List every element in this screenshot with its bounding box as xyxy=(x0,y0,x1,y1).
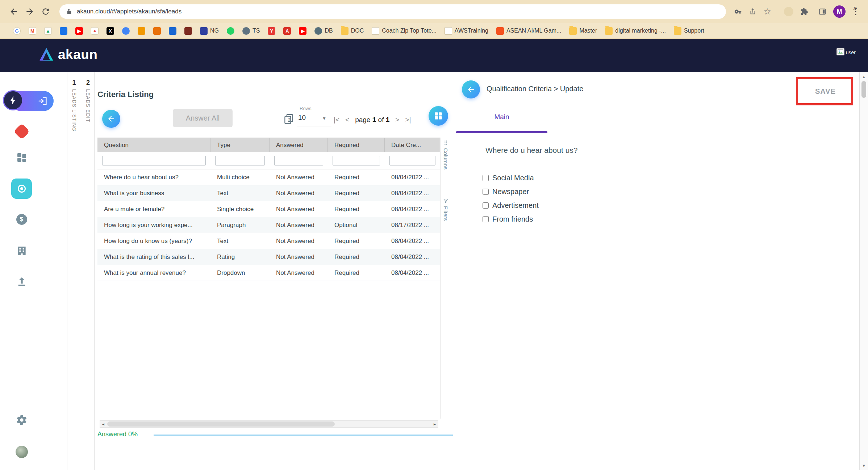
table-row[interactable]: Are u male or female? Single choice Not … xyxy=(97,201,440,217)
table-row[interactable]: What is your annual revenue? Dropdown No… xyxy=(97,265,440,281)
filters-toggle[interactable]: Filters xyxy=(441,198,451,221)
tab-leads-listing[interactable]: 1 LEADS LISTING xyxy=(67,72,81,470)
option-row[interactable]: Newspaper xyxy=(483,185,539,198)
akaun-logo[interactable]: akaun xyxy=(38,47,97,63)
option-checkbox[interactable] xyxy=(483,216,489,222)
bookmarks-overflow-chevron[interactable]: » xyxy=(853,0,857,16)
tab-main[interactable]: Main xyxy=(456,113,547,121)
bookmark-ng-site[interactable]: NG xyxy=(200,27,219,35)
bookmark-google[interactable]: G xyxy=(13,27,21,35)
listing-back-button[interactable] xyxy=(102,110,120,128)
option-checkbox[interactable] xyxy=(483,189,489,195)
next-page-button[interactable]: > xyxy=(395,116,399,124)
upload-button[interactable] xyxy=(0,276,43,288)
bookmark-asean-item[interactable]: ASEAN AI/ML Gam... xyxy=(496,27,561,35)
scroll-left-arrow[interactable]: ◄ xyxy=(100,422,107,426)
page-scrollbar[interactable]: ▲ ▼ xyxy=(859,72,868,470)
rows-per-page-select[interactable]: 10 xyxy=(298,114,306,122)
select-underline xyxy=(297,126,331,126)
tab-leads-edit[interactable]: 2 LEADS EDIT xyxy=(81,72,95,470)
table-row[interactable]: How long is your working expe... Paragra… xyxy=(97,217,440,233)
column-header[interactable]: Required xyxy=(328,138,385,152)
prev-page-button[interactable]: < xyxy=(345,116,349,124)
active-module-button[interactable] xyxy=(11,179,32,199)
bookmark-awstraining[interactable]: AWSTraining xyxy=(445,27,488,35)
browser-extra-icon[interactable] xyxy=(784,7,793,16)
scrollbar-thumb[interactable] xyxy=(107,421,335,427)
bookmark-favicon xyxy=(242,27,250,35)
answer-all-button[interactable]: Answer All xyxy=(173,109,233,127)
user-avatar-placeholder[interactable]: user xyxy=(836,48,856,55)
bookmark-x[interactable]: X xyxy=(107,27,114,35)
share-button[interactable] xyxy=(746,4,760,19)
bookmark-maroon-app[interactable] xyxy=(184,27,192,35)
first-page-button[interactable]: |< xyxy=(334,116,339,124)
bookmark-drive[interactable]: ▲ xyxy=(44,27,52,35)
bookmark-y-app[interactable]: Y xyxy=(268,27,275,35)
bookmark-digital-marketing[interactable]: digital marketing -... xyxy=(605,27,666,35)
side-panel-button[interactable] xyxy=(815,4,830,19)
filter-question-input[interactable] xyxy=(102,156,206,165)
finance-button[interactable]: $ xyxy=(0,214,43,225)
chevron-down-icon[interactable]: ▼ xyxy=(322,116,326,121)
extensions-button[interactable] xyxy=(797,4,811,19)
scroll-up-arrow[interactable]: ▲ xyxy=(860,75,868,79)
password-key-button[interactable] xyxy=(731,4,746,19)
bookmark-youtube-2[interactable]: ▶ xyxy=(299,27,306,35)
bookmark-youtube[interactable]: ▶ xyxy=(75,27,83,35)
table-row[interactable]: Where do u hear about us? Multi choice N… xyxy=(97,169,440,185)
columns-toggle[interactable]: Columns xyxy=(441,140,451,169)
address-bar[interactable]: akaun.cloud/#/applets/akaun/sfa/leads xyxy=(59,4,726,19)
bookmark-whatsapp[interactable] xyxy=(227,27,234,35)
browser-profile-avatar[interactable]: M xyxy=(833,5,846,18)
option-checkbox[interactable] xyxy=(483,175,489,181)
browser-refresh-button[interactable] xyxy=(38,4,54,20)
browser-forward-button[interactable] xyxy=(22,4,38,20)
organization-button[interactable] xyxy=(0,245,43,257)
profile-avatar-button[interactable] xyxy=(0,446,43,458)
column-header[interactable]: Answered xyxy=(270,138,328,152)
column-header[interactable]: Type xyxy=(210,138,270,152)
filter-type-input[interactable] xyxy=(215,156,265,165)
grid-view-button[interactable] xyxy=(429,106,448,126)
bookmark-doc-folder[interactable]: DOC xyxy=(341,27,364,35)
bookmark-orange-grid[interactable] xyxy=(153,27,161,35)
bookmark-a-app[interactable]: A xyxy=(283,27,291,35)
column-header[interactable]: Question xyxy=(97,138,210,152)
settings-button[interactable] xyxy=(0,414,43,426)
bookmark-blue-app[interactable] xyxy=(169,27,176,35)
bookmark-calendar[interactable] xyxy=(60,27,67,35)
detail-back-button[interactable] xyxy=(462,80,480,98)
scroll-down-arrow[interactable]: ▼ xyxy=(860,463,868,468)
page-scrollbar-thumb[interactable] xyxy=(861,81,866,98)
option-row[interactable]: Advertisement xyxy=(483,198,539,212)
filter-answered-input[interactable] xyxy=(274,156,323,165)
bookmark-star-button[interactable]: ☆ xyxy=(760,4,775,19)
option-checkbox[interactable] xyxy=(483,202,489,209)
last-page-button[interactable]: >| xyxy=(405,116,411,124)
bookmark-ts-site[interactable]: TS xyxy=(242,27,260,35)
column-header[interactable]: Date Cre... xyxy=(385,138,440,152)
table-row[interactable]: What is the rating of this sales l... Ra… xyxy=(97,249,440,265)
filter-date-input[interactable] xyxy=(389,156,435,165)
horizontal-scrollbar[interactable]: ◄ ► xyxy=(100,420,438,428)
bookmark-maps[interactable]: ● xyxy=(91,27,99,35)
bookmark-db-site[interactable]: DB xyxy=(314,27,333,35)
bookmark-blue-globe[interactable] xyxy=(122,27,130,35)
red-applet-button[interactable] xyxy=(0,126,43,137)
bookmark-orange-app[interactable] xyxy=(138,27,145,35)
bookmark-coach-page[interactable]: Coach Zip Top Tote... xyxy=(372,27,437,35)
option-row[interactable]: Social Media xyxy=(483,171,539,185)
lightning-applet-button[interactable] xyxy=(3,90,23,110)
bookmark-gmail[interactable]: M xyxy=(29,27,36,35)
filter-required-input[interactable] xyxy=(333,156,380,165)
dashboard-button[interactable] xyxy=(0,152,43,163)
table-row[interactable]: How long do u know us (years)? Text Not … xyxy=(97,233,440,249)
browser-back-button[interactable] xyxy=(6,4,22,20)
table-row[interactable]: What is your business Text Not Answered … xyxy=(97,185,440,201)
bookmark-support-folder[interactable]: Support xyxy=(674,27,704,35)
scrollbar-track[interactable] xyxy=(107,421,431,427)
option-row[interactable]: From friends xyxy=(483,212,539,226)
scroll-right-arrow[interactable]: ► xyxy=(431,422,438,426)
bookmark-master-folder[interactable]: Master xyxy=(569,27,597,35)
